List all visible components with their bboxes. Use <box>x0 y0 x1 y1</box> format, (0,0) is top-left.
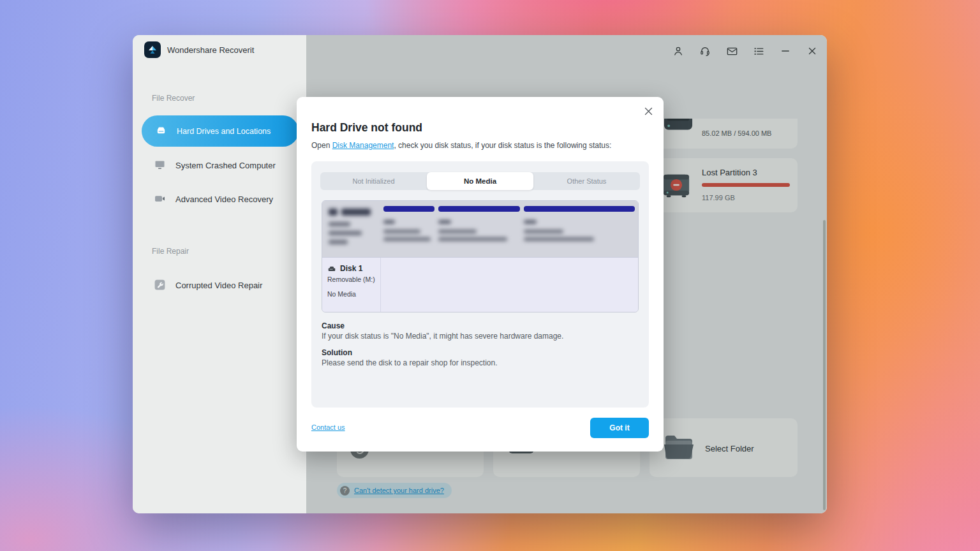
disk-icon <box>327 265 336 272</box>
disk1-status: No Media <box>327 290 375 298</box>
sidebar-section-file-repair: File Repair <box>152 247 189 256</box>
disk1-row[interactable]: Disk 1 Removable (M:) No Media <box>322 257 638 312</box>
dialog-title: Hard Drive not found <box>311 121 422 135</box>
dialog-description: Open Disk Management, check you disk sta… <box>311 141 646 150</box>
hard-drive-not-found-dialog: Hard Drive not found Open Disk Managemen… <box>297 97 664 452</box>
solution-heading: Solution <box>322 348 352 357</box>
app-title: Wondershare Recoverit <box>167 45 254 55</box>
sidebar: Wondershare Recoverit File Recover Hard … <box>133 35 306 513</box>
sidebar-item-label: Hard Drives and Locations <box>177 127 271 136</box>
partition-bar <box>383 206 434 212</box>
contact-us-link[interactable]: Contact us <box>311 423 345 431</box>
sidebar-item-advanced-video-recovery[interactable]: Advanced Video Recovery <box>153 192 273 205</box>
cause-text: If your disk status is "No Media", it mi… <box>322 332 563 341</box>
disk-list: Disk 1 Removable (M:) No Media <box>322 200 639 312</box>
disk1-info: Disk 1 Removable (M:) No Media <box>322 258 381 312</box>
sidebar-item-hard-drives-and-locations[interactable]: Hard Drives and Locations <box>142 115 299 147</box>
disk-management-link[interactable]: Disk Management <box>332 141 394 150</box>
sidebar-item-label: Corrupted Video Repair <box>175 280 262 290</box>
sidebar-item-label: Advanced Video Recovery <box>175 194 273 204</box>
solution-text: Please send the disk to a repair shop fo… <box>322 358 498 367</box>
video-repair-icon <box>153 278 167 291</box>
description-text: Open <box>311 141 332 150</box>
hard-drive-icon <box>154 124 168 138</box>
cause-heading: Cause <box>322 321 345 330</box>
partition-bar <box>438 206 520 212</box>
sidebar-section-file-recover: File Recover <box>152 94 195 103</box>
sidebar-item-system-crashed-computer[interactable]: System Crashed Computer <box>153 158 276 172</box>
app-logo-icon <box>144 41 161 58</box>
tab-other-status[interactable]: Other Status <box>533 172 640 190</box>
desktop-wallpaper: Wondershare Recoverit File Recover Hard … <box>0 0 980 551</box>
disk1-type: Removable (M:) <box>327 276 375 283</box>
tab-not-initialized[interactable]: Not Initialized <box>320 172 427 190</box>
app-brand: Wondershare Recoverit <box>144 41 254 58</box>
sidebar-item-corrupted-video-repair[interactable]: Corrupted Video Repair <box>153 278 262 291</box>
got-it-button[interactable]: Got it <box>590 418 649 438</box>
tab-no-media[interactable]: No Media <box>427 172 533 190</box>
video-camera-icon <box>153 192 167 205</box>
partition-bar <box>524 206 635 212</box>
status-tabbar: Not Initialized No Media Other Status <box>320 172 640 190</box>
dialog-close-icon[interactable] <box>641 103 656 119</box>
disk1-name: Disk 1 <box>340 264 362 273</box>
sidebar-item-label: System Crashed Computer <box>175 160 276 170</box>
description-text: , check you disk status, if your disk st… <box>394 141 611 150</box>
disk-status-panel: Not Initialized No Media Other Status <box>311 161 649 408</box>
app-window: Wondershare Recoverit File Recover Hard … <box>133 35 827 513</box>
computer-icon <box>153 158 167 172</box>
disk0-row-blurred <box>322 201 638 257</box>
